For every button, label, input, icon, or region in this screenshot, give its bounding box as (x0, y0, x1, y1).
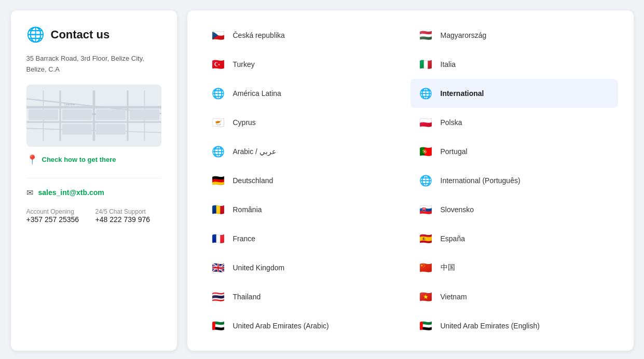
country-name-portugal: Portugal (441, 147, 468, 156)
country-item-america-latina[interactable]: 🌐América Latina (203, 79, 410, 108)
account-opening-label: Account Opening (26, 208, 92, 215)
phone-grid: Account Opening +357 257 25356 24/5 Chat… (26, 208, 161, 224)
country-item-romania[interactable]: 🇷🇴România (203, 195, 410, 224)
country-item-france[interactable]: 🇫🇷France (203, 224, 410, 253)
country-item-arabic[interactable]: 🌐Arabic / عربي (203, 137, 410, 166)
flag-vietnam: 🇻🇳 (419, 289, 433, 304)
svg-rect-15 (96, 109, 126, 119)
svg-rect-14 (62, 109, 92, 119)
email-link[interactable]: sales_int@xtb.com (38, 188, 104, 197)
country-name-china: 中国 (441, 263, 455, 272)
country-item-deutschland[interactable]: 🇩🇪Deutschland (203, 166, 410, 195)
address-line2: Belize, C.A (26, 65, 60, 73)
flag-italia: 🇮🇹 (419, 57, 433, 72)
chat-support-cell: 24/5 Chat Support +48 222 739 976 (95, 208, 161, 224)
email-icon: ✉ (26, 188, 33, 198)
country-name-international-pt: International (Português) (441, 176, 520, 185)
flag-hungary: 🇭🇺 (419, 28, 433, 43)
divider (26, 178, 161, 178)
country-name-romania: România (233, 205, 262, 214)
country-name-france: France (233, 234, 256, 243)
contact-title: Contact us (51, 28, 110, 42)
flag-international-pt: 🌐 (419, 173, 433, 188)
country-name-uae-english: United Arab Emirates (English) (441, 322, 540, 330)
svg-rect-19 (130, 109, 159, 119)
flag-slovensko: 🇸🇰 (419, 202, 433, 217)
country-name-thailand: Thailand (233, 293, 261, 301)
check-link[interactable]: 📍 Check how to get there (26, 154, 161, 165)
country-name-czech: Česká republika (233, 31, 285, 39)
globe-icon: 🌐 (26, 26, 45, 43)
contact-header: 🌐 Contact us (26, 26, 161, 43)
country-name-vietnam: Vietnam (441, 293, 467, 301)
country-item-uae-english[interactable]: 🇦🇪United Arab Emirates (English) (410, 311, 618, 340)
country-name-turkey: Turkey (233, 60, 255, 68)
country-name-polska: Polska (441, 118, 462, 127)
flag-czech: 🇨🇿 (211, 28, 226, 43)
flag-deutschland: 🇩🇪 (211, 173, 226, 188)
country-name-arabic: Arabic / عربي (233, 147, 276, 156)
country-item-polska[interactable]: 🇵🇱Polska (410, 108, 618, 137)
map-pin-icon: 📍 (26, 154, 38, 165)
right-panel: 🇨🇿Česká republika🇭🇺Magyarország🇹🇷Turkey🇮… (187, 10, 634, 351)
flag-portugal: 🇵🇹 (419, 144, 433, 159)
country-name-international: International (441, 89, 484, 98)
flag-international: 🌐 (419, 86, 433, 101)
country-item-italia[interactable]: 🇮🇹Italia (410, 50, 618, 79)
country-item-thailand[interactable]: 🇹🇭Thailand (203, 282, 410, 311)
flag-thailand: 🇹🇭 (211, 289, 226, 304)
country-name-deutschland: Deutschland (233, 176, 273, 185)
country-item-uae-arabic[interactable]: 🇦🇪United Arab Emirates (Arabic) (203, 311, 410, 340)
country-item-cyprus[interactable]: 🇨🇾Cyprus (203, 108, 410, 137)
country-name-uae-arabic: United Arab Emirates (Arabic) (233, 322, 329, 330)
country-item-vietnam[interactable]: 🇻🇳Vietnam (410, 282, 618, 311)
country-name-america-latina: América Latina (233, 89, 281, 98)
country-item-czech[interactable]: 🇨🇿Česká republika (203, 21, 410, 50)
flag-espana: 🇪🇸 (419, 231, 433, 246)
left-panel: 🌐 Contact us 35 Barrack Road, 3rd Floor,… (11, 10, 177, 351)
country-item-portugal[interactable]: 🇵🇹Portugal (410, 137, 618, 166)
flag-arabic: 🌐 (211, 144, 226, 159)
address: 35 Barrack Road, 3rd Floor, Belize City,… (26, 53, 161, 75)
country-item-china[interactable]: 🇨🇳中国 (410, 253, 618, 282)
check-link-label: Check how to get there (42, 156, 116, 163)
country-item-espana[interactable]: 🇪🇸España (410, 224, 618, 253)
svg-text:Leezme: Leezme (64, 102, 75, 105)
flag-uae-english: 🇦🇪 (419, 319, 433, 333)
country-name-slovensko: Slovensko (441, 205, 474, 214)
account-opening-label-cell: Account Opening +357 257 25356 (26, 208, 92, 224)
country-item-hungary[interactable]: 🇭🇺Magyarország (410, 21, 618, 50)
flag-polska: 🇵🇱 (419, 115, 433, 130)
account-opening-number: +357 257 25356 (26, 215, 92, 224)
flag-cyprus: 🇨🇾 (211, 115, 226, 130)
country-item-turkey[interactable]: 🇹🇷Turkey (203, 50, 410, 79)
flag-romania: 🇷🇴 (211, 202, 226, 217)
flag-turkey: 🇹🇷 (211, 57, 226, 72)
flag-uae-arabic: 🇦🇪 (211, 319, 226, 333)
country-item-slovensko[interactable]: 🇸🇰Slovensko (410, 195, 618, 224)
main-container: 🌐 Contact us 35 Barrack Road, 3rd Floor,… (11, 10, 634, 351)
flag-america-latina: 🌐 (211, 86, 226, 101)
country-name-italia: Italia (441, 60, 456, 68)
country-name-espana: España (441, 234, 465, 243)
svg-rect-16 (62, 124, 92, 134)
country-item-united-kingdom[interactable]: 🇬🇧United Kingdom (203, 253, 410, 282)
svg-rect-17 (96, 124, 126, 134)
chat-support-number: +48 222 739 976 (95, 215, 161, 224)
country-name-cyprus: Cyprus (233, 118, 256, 127)
country-item-international[interactable]: 🌐International (410, 79, 618, 108)
country-grid: 🇨🇿Česká republika🇭🇺Magyarország🇹🇷Turkey🇮… (203, 21, 618, 340)
address-line1: 35 Barrack Road, 3rd Floor, Belize City, (26, 54, 144, 62)
flag-france: 🇫🇷 (211, 231, 226, 246)
email-row: ✉ sales_int@xtb.com (26, 188, 161, 198)
flag-china: 🇨🇳 (419, 260, 433, 275)
svg-rect-18 (29, 109, 58, 119)
map-container: Leezme Krocsmor Chłodne Perece (26, 85, 161, 147)
country-name-united-kingdom: United Kingdom (233, 264, 285, 272)
country-name-hungary: Magyarország (441, 31, 487, 39)
flag-united-kingdom: 🇬🇧 (211, 260, 226, 275)
chat-support-label: 24/5 Chat Support (95, 208, 161, 215)
country-item-international-pt[interactable]: 🌐International (Português) (410, 166, 618, 195)
